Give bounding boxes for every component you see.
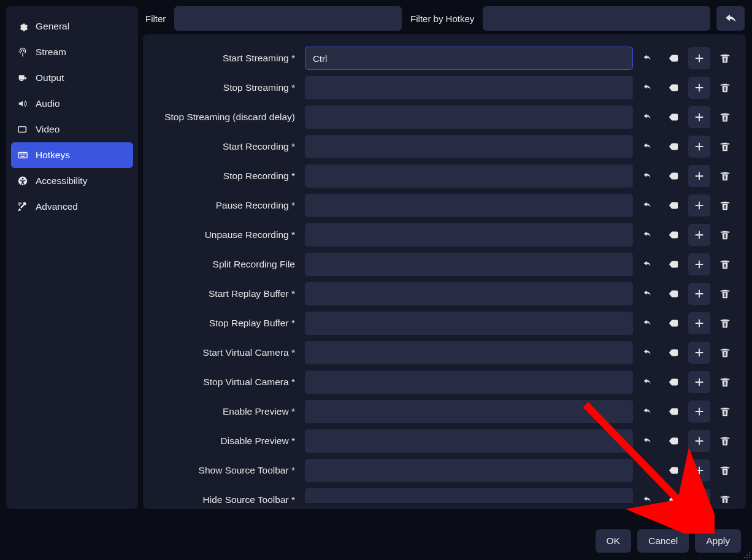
revert-button[interactable] (637, 283, 659, 305)
hotkey-input[interactable] (305, 370, 633, 394)
hotkey-input[interactable] (305, 459, 633, 482)
cancel-button[interactable]: Cancel (637, 529, 689, 553)
hotkey-input[interactable] (305, 312, 633, 335)
clear-button[interactable] (662, 430, 685, 452)
resize-grip-icon[interactable] (742, 550, 751, 559)
reset-filters-button[interactable] (716, 6, 745, 31)
hotkey-input[interactable] (305, 429, 633, 453)
delete-button[interactable] (714, 283, 736, 305)
revert-button[interactable] (637, 194, 659, 217)
hotkey-input[interactable] (305, 164, 633, 188)
delete-button[interactable] (714, 47, 736, 69)
delete-button[interactable] (714, 224, 736, 246)
clear-button[interactable] (662, 224, 685, 246)
add-button[interactable] (688, 312, 710, 334)
add-button[interactable] (688, 136, 710, 158)
revert-button[interactable] (637, 401, 659, 423)
clear-button[interactable] (662, 165, 685, 187)
clear-button[interactable] (662, 489, 685, 503)
delete-button[interactable] (714, 342, 736, 364)
sidebar-item-accessibility[interactable]: Accessibility (11, 168, 133, 194)
clear-button[interactable] (662, 371, 685, 393)
revert-button[interactable] (637, 47, 659, 69)
revert-button[interactable] (637, 77, 659, 99)
hotkey-input[interactable] (305, 194, 633, 217)
delete-button[interactable] (714, 459, 736, 481)
filter-by-hotkey-input[interactable] (483, 6, 710, 31)
sidebar-item-audio[interactable]: Audio (11, 91, 133, 117)
add-button[interactable] (688, 430, 710, 452)
add-button[interactable] (688, 224, 710, 246)
clear-button[interactable] (662, 253, 685, 275)
hotkey-list[interactable]: Start Streaming *Stop Streaming *Stop St… (149, 47, 740, 503)
add-button[interactable] (688, 489, 710, 503)
clear-button[interactable] (662, 312, 685, 334)
sidebar-item-advanced[interactable]: Advanced (11, 194, 133, 220)
clear-button[interactable] (662, 47, 685, 69)
revert-button[interactable] (637, 106, 659, 128)
apply-button[interactable]: Apply (695, 529, 741, 553)
revert-button[interactable] (637, 224, 659, 246)
revert-button[interactable] (637, 136, 659, 158)
revert-icon (642, 318, 653, 329)
revert-button[interactable] (637, 430, 659, 452)
hotkey-input[interactable] (305, 47, 633, 70)
revert-button[interactable] (637, 165, 659, 187)
clear-button[interactable] (662, 401, 685, 423)
clear-button[interactable] (662, 194, 685, 217)
add-button[interactable] (688, 106, 710, 128)
filter-input[interactable] (174, 6, 402, 31)
add-button[interactable] (688, 283, 710, 305)
delete-button[interactable] (714, 371, 736, 393)
add-button[interactable] (688, 342, 710, 364)
revert-button[interactable] (637, 489, 659, 503)
clear-button[interactable] (662, 77, 685, 99)
clear-button[interactable] (662, 136, 685, 158)
clear-button[interactable] (662, 283, 685, 305)
hotkey-input[interactable] (305, 223, 633, 247)
delete-button[interactable] (714, 77, 736, 99)
delete-button[interactable] (714, 489, 736, 503)
sidebar-item-video[interactable]: Video (11, 117, 133, 142)
sidebar-item-output[interactable]: Output (11, 65, 133, 91)
sidebar-item-general[interactable]: General (11, 13, 133, 39)
hotkey-input[interactable] (305, 400, 633, 423)
backspace-icon (668, 435, 679, 447)
revert-button[interactable] (637, 371, 659, 393)
delete-button[interactable] (714, 312, 736, 334)
add-button[interactable] (688, 459, 710, 481)
revert-button[interactable] (637, 312, 659, 334)
add-button[interactable] (688, 371, 710, 393)
hotkey-input[interactable] (305, 76, 633, 99)
sidebar-item-stream[interactable]: Stream (11, 39, 133, 65)
delete-button[interactable] (714, 430, 736, 452)
sidebar-item-hotkeys[interactable]: Hotkeys (11, 142, 133, 168)
hotkey-input[interactable] (305, 282, 633, 305)
delete-button[interactable] (714, 136, 736, 158)
clear-button[interactable] (662, 342, 685, 364)
delete-button[interactable] (714, 165, 736, 187)
hotkey-input[interactable] (305, 253, 633, 276)
hotkey-input[interactable] (305, 105, 633, 129)
clear-button[interactable] (662, 459, 685, 481)
accessibility-icon (17, 175, 28, 186)
add-button[interactable] (688, 401, 710, 423)
hotkey-input[interactable] (305, 488, 633, 503)
hotkey-input[interactable] (305, 341, 633, 364)
revert-button[interactable] (637, 342, 659, 364)
hotkey-label: Stop Streaming * (149, 82, 301, 93)
add-button[interactable] (688, 194, 710, 217)
add-button[interactable] (688, 77, 710, 99)
revert-button[interactable] (637, 459, 659, 481)
delete-button[interactable] (714, 401, 736, 423)
hotkey-input[interactable] (305, 135, 633, 158)
ok-button[interactable]: OK (596, 529, 631, 553)
add-button[interactable] (688, 165, 710, 187)
add-button[interactable] (688, 47, 710, 69)
delete-button[interactable] (714, 194, 736, 217)
delete-button[interactable] (714, 106, 736, 128)
clear-button[interactable] (662, 106, 685, 128)
add-button[interactable] (688, 253, 710, 275)
delete-button[interactable] (714, 253, 736, 275)
revert-button[interactable] (637, 253, 659, 275)
